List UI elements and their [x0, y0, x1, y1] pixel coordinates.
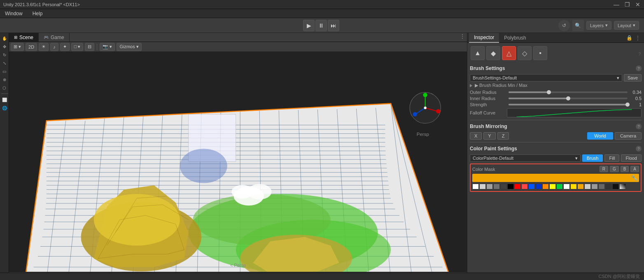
pb-paint-height-icon[interactable]: ◆	[486, 46, 500, 60]
palette-darkgray[interactable]	[605, 184, 612, 189]
eyedropper-icon[interactable]: 🔧	[631, 175, 637, 181]
audio-toggle[interactable]: ♪	[50, 43, 58, 51]
tab-scene[interactable]: ⊞ Scene	[9, 33, 39, 42]
viewport[interactable]: ⬡ ⬜ ⟳ ⬡	[9, 52, 467, 280]
brush-mode-button[interactable]: Brush	[582, 154, 603, 162]
layout-label: Layout	[618, 23, 631, 28]
left-toolbar: ✋ ✥ ↻ ⤡ ▭ ⊕ ⬡ ⬜ 🌐	[0, 33, 9, 280]
save-button[interactable]: Save	[624, 74, 642, 82]
palette-yellow[interactable]	[549, 184, 556, 189]
palette-gold[interactable]	[570, 184, 577, 189]
mask-b[interactable]: B	[621, 166, 629, 172]
brush-mirroring-title: Brush Mirroring	[470, 124, 507, 129]
scene-controls: ⊞ ▾ 2D ☀ ♪ ✦ □ ▾ ⊟ 📷 ▾ Gizmos ▾	[9, 42, 467, 52]
pb-smooth-icon[interactable]: ▲	[471, 46, 485, 60]
scale-tool[interactable]: ⤡	[1, 59, 8, 67]
hand-tool[interactable]: ✋	[1, 35, 8, 42]
world-button[interactable]: World	[587, 132, 613, 140]
palette-dblue[interactable]	[535, 184, 542, 189]
svg-point-87	[413, 112, 417, 116]
outer-radius-track[interactable]	[509, 91, 628, 93]
color-swatch[interactable]: 🔧	[472, 174, 639, 182]
strength-thumb[interactable]	[625, 103, 630, 107]
pivot-tool[interactable]: ⬜	[1, 96, 8, 103]
effects-toggle[interactable]: ✦	[60, 43, 70, 51]
grid-toggle[interactable]: ⊟	[85, 43, 94, 51]
palette-white[interactable]	[472, 184, 479, 189]
pb-scatter-icon[interactable]: ◇	[518, 46, 532, 60]
palette-lgray[interactable]	[479, 184, 486, 189]
camera-button[interactable]: Camera	[615, 132, 642, 140]
transform-tool[interactable]: ⊕	[1, 76, 8, 83]
color-palette-dropdown[interactable]: ColorPalette-Default ▾	[470, 154, 581, 162]
palette-orange[interactable]	[542, 184, 549, 189]
pause-button[interactable]: ⏸	[315, 20, 327, 31]
scene-view-dropdown[interactable]: □ ▾	[71, 43, 84, 51]
inspector-menu[interactable]: ⋮	[633, 35, 642, 41]
palette-xdgray[interactable]	[500, 184, 507, 189]
maximize-button[interactable]: ❐	[624, 2, 630, 7]
outer-radius-thumb[interactable]	[547, 90, 551, 94]
palette-amber[interactable]	[577, 184, 584, 189]
gizmo-dropdown[interactable]: ⊞ ▾	[11, 43, 24, 51]
rect-tool[interactable]: ▭	[1, 68, 8, 75]
history-button[interactable]: ↺	[558, 20, 570, 31]
lighting-toggle[interactable]: ☀	[39, 43, 49, 51]
palette-dgray[interactable]	[493, 184, 500, 189]
pb-color-icon[interactable]: ▪	[533, 46, 547, 60]
palette-nearblack[interactable]	[612, 184, 619, 189]
tab-inspector[interactable]: Inspector	[469, 33, 499, 43]
color-paint-help[interactable]: ?	[636, 146, 642, 152]
falloff-curve[interactable]	[507, 108, 642, 117]
layout-dropdown[interactable]: Layout ▾	[614, 21, 639, 30]
pb-smooth-curve-icon[interactable]: △	[502, 46, 516, 60]
layers-dropdown[interactable]: Layers ▾	[586, 21, 611, 30]
menu-help[interactable]: Help	[30, 10, 45, 17]
brush-settings-help[interactable]: ?	[636, 65, 642, 71]
tab-game[interactable]: 🎮 Game	[39, 33, 70, 42]
step-button[interactable]: ⏭	[328, 20, 339, 31]
search-button[interactable]: 🔍	[572, 20, 584, 31]
fill-mode-button[interactable]: Fill	[604, 154, 619, 162]
mirror-y-button[interactable]: Y	[483, 132, 495, 140]
palette-lred[interactable]	[521, 184, 528, 189]
brush-settings-dropdown[interactable]: BrushSettings-Default ▾	[470, 74, 622, 82]
mirror-x-button[interactable]: X	[470, 132, 482, 140]
palette-green[interactable]	[556, 184, 563, 189]
mask-a[interactable]: A	[630, 166, 639, 172]
palette-black[interactable]	[507, 184, 514, 189]
custom-tool[interactable]: ⬡	[1, 84, 8, 91]
strength-value: 1	[629, 102, 642, 107]
window-controls[interactable]: — ❐ ✕	[614, 2, 641, 7]
mirror-z-button[interactable]: Z	[497, 132, 509, 140]
close-button[interactable]: ✕	[635, 2, 641, 7]
lock-icon[interactable]: 🔒	[625, 35, 633, 41]
minimize-button[interactable]: —	[614, 2, 619, 7]
rotate-tool[interactable]: ↻	[1, 51, 8, 58]
brush-radius-toggle[interactable]: ▶ Brush Radius Min / Max	[470, 83, 642, 88]
play-button[interactable]: ▶	[303, 20, 315, 31]
inner-radius-thumb[interactable]	[566, 96, 570, 100]
palette-silver[interactable]	[584, 184, 591, 189]
palette-white2[interactable]	[563, 184, 570, 189]
menu-window[interactable]: Window	[2, 10, 25, 17]
scene-tabs-menu[interactable]: ⋮	[458, 33, 467, 42]
scene-camera-dropdown[interactable]: 📷 ▾	[100, 43, 115, 51]
tab-polybrush[interactable]: Polybrush	[499, 33, 531, 43]
palette-gradient[interactable]	[619, 184, 626, 189]
mask-g[interactable]: G	[610, 166, 619, 172]
move-tool[interactable]: ✥	[1, 43, 8, 50]
2d-toggle[interactable]: 2D	[26, 43, 37, 51]
strength-track[interactable]	[509, 104, 628, 105]
gizmos-toggle[interactable]: Gizmos ▾	[117, 43, 141, 51]
flood-mode-button[interactable]: Flood	[621, 154, 642, 162]
palette-gray2[interactable]	[591, 184, 598, 189]
brush-mirroring-help[interactable]: ?	[636, 124, 642, 129]
inner-radius-track[interactable]	[509, 98, 628, 99]
palette-red[interactable]	[514, 184, 521, 189]
palette-mgray[interactable]	[486, 184, 493, 189]
palette-blue[interactable]	[528, 184, 535, 189]
global-tool[interactable]: 🌐	[1, 104, 8, 112]
palette-gray3[interactable]	[598, 184, 605, 189]
mask-r[interactable]: R	[600, 166, 608, 172]
